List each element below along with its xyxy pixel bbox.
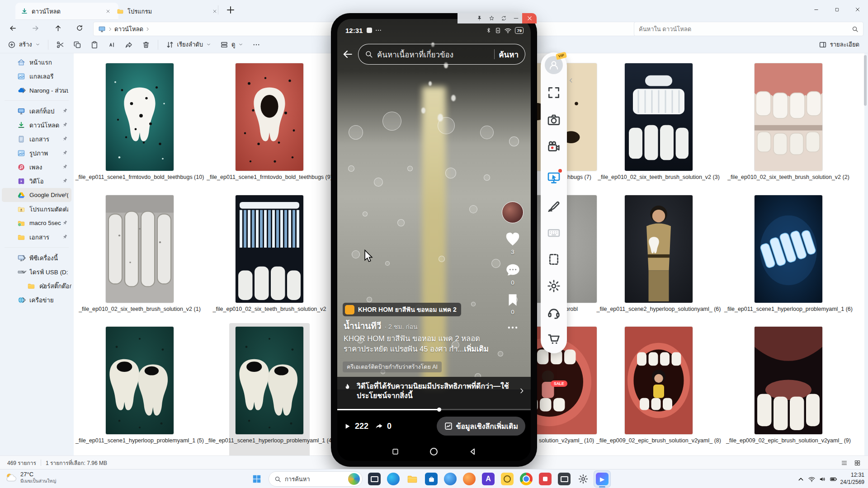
file-thumbnail[interactable] <box>625 327 693 434</box>
bookmark-icon[interactable] <box>505 292 520 308</box>
back-triangle-icon[interactable] <box>468 447 477 456</box>
scrollbar[interactable] <box>864 54 867 455</box>
file-thumbnail[interactable] <box>625 63 693 171</box>
screen-crop-icon[interactable] <box>547 252 561 267</box>
creator-name[interactable]: น้ำน่านทีวี· 2 ชม. ก่อน <box>344 319 418 333</box>
file-name[interactable]: _file_ep010_02_six_teeth_brush_solution_… <box>723 174 854 181</box>
file-name[interactable]: hbugs (7) <box>567 174 591 181</box>
file-thumbnail[interactable] <box>106 327 174 434</box>
file-name[interactable]: solution_v2yaml_ (10) <box>539 437 594 445</box>
video-progress-b ar[interactable] <box>337 409 531 410</box>
refresh-button[interactable] <box>71 21 88 35</box>
search-button[interactable]: ค้นหา <box>499 48 519 61</box>
sidebar-item-วิดีโอ[interactable]: วิดีโอ <box>2 174 71 188</box>
fullscreen-icon[interactable] <box>547 85 561 100</box>
large-icons-view-icon[interactable] <box>854 460 861 466</box>
details-view-icon[interactable] <box>841 460 848 466</box>
breadcrumb-item[interactable]: ดาวน์โหลด <box>114 24 143 34</box>
home-circle-icon[interactable] <box>429 447 439 456</box>
start-button[interactable] <box>249 471 265 487</box>
clock[interactable]: 12:31 24/1/2569 <box>840 472 864 486</box>
file-name[interactable]: _file_ep011_scene1_frmtovdo_bold_teethbu… <box>74 174 205 181</box>
keyboard-icon[interactable] <box>547 225 561 240</box>
chevron-up-icon[interactable] <box>797 475 805 483</box>
file-name[interactable]: _file_ep009_02_epic_brush_solution_v2yam… <box>593 437 724 445</box>
pin-icon[interactable] <box>473 13 486 23</box>
minimize-button[interactable] <box>806 0 826 19</box>
close-button[interactable] <box>847 0 868 19</box>
file-thumbnail[interactable] <box>236 195 303 303</box>
view-button[interactable]: ดู <box>216 38 247 52</box>
details-button[interactable]: รายละเอียด <box>815 38 863 52</box>
comment-icon[interactable] <box>505 262 521 278</box>
file-name[interactable]: _file_ep010_02_six_teeth_brush_solution_… <box>593 174 724 181</box>
cut-button[interactable] <box>52 38 68 52</box>
draw-pen-icon[interactable] <box>547 198 561 213</box>
sidebar-item-narong-ส่วนบุคคล[interactable]: Narong - ส่วนบุคคล <box>2 83 71 97</box>
chevron-right-icon[interactable] <box>20 296 28 304</box>
wifi-tray-icon[interactable] <box>808 475 816 483</box>
file-thumbnail[interactable] <box>755 327 822 434</box>
minimize-icon[interactable] <box>510 13 522 23</box>
file-thumbnail[interactable] <box>106 63 174 171</box>
file-name[interactable]: _file_ep011_scene1_hyperloop_problemyaml… <box>74 437 205 445</box>
sidebar-item-ดาวน์โหลด[interactable]: ดาวน์โหลด <box>2 118 71 132</box>
sidebar-item-หน้าแรก[interactable]: หน้าแรก <box>2 55 71 69</box>
copy-button[interactable] <box>69 38 85 52</box>
file-name[interactable]: _file_ep010_02_six_teeth_brush_solution_… <box>204 305 335 313</box>
taskbar-app-app-yellow[interactable] <box>499 471 515 487</box>
sidebar-item-พีซีเครื่องนี้[interactable]: พีซีเครื่องนี้ <box>2 251 71 265</box>
maximize-button[interactable] <box>826 0 847 19</box>
up-button[interactable] <box>50 21 66 35</box>
chevron-right-icon[interactable] <box>40 282 48 290</box>
back-button[interactable] <box>5 21 21 35</box>
file-thumbnail[interactable] <box>236 63 303 171</box>
phone-search-box[interactable]: ค้นหาเนื้อหาที่เกี่ยวข้อง ค้นหา <box>358 44 525 65</box>
support-headset-icon[interactable] <box>547 305 561 320</box>
file-name[interactable]: _file_ep011_scene2_hyperloop_solutionyam… <box>593 305 724 313</box>
sidebar-item-โปรแกรมตัดต่อ[interactable]: โปรแกรมตัดต่อ <box>2 202 71 216</box>
file-name[interactable]: _file_ep011_scene1_hyperloop_problemyaml… <box>204 437 335 445</box>
explorer-search[interactable] <box>634 22 863 36</box>
shop-cart-icon[interactable] <box>547 332 561 346</box>
star-icon[interactable] <box>486 13 498 23</box>
taskbar-search[interactable]: การค้นหา <box>269 471 363 487</box>
file-name[interactable]: _file_ep011_scene1_hyperloop_problemyaml… <box>723 305 854 313</box>
search-input[interactable] <box>634 26 852 33</box>
sort-button[interactable]: เรียงลำดับ <box>162 38 215 52</box>
rotate-icon[interactable] <box>498 13 510 23</box>
recents-square-icon[interactable] <box>392 448 399 455</box>
taskbar-app-browser-orange[interactable] <box>461 471 477 487</box>
promo-banner[interactable]: วิดีโอที่ได้รับความนิยมมีประสิทธิภาพที่ด… <box>337 377 531 409</box>
sidebar-item-เอกสาร[interactable]: เอกสาร <box>2 230 71 244</box>
taskbar-app-app-red[interactable] <box>537 471 553 487</box>
video-caption[interactable]: KHOR HOM ยาสีฟัน ขอหอม แพค 2 หลอด ราคาปร… <box>344 333 496 354</box>
back-arrow-icon[interactable] <box>342 48 354 60</box>
forward-button[interactable] <box>27 21 43 35</box>
screen-mirror-icon[interactable] <box>547 170 561 185</box>
taskbar-app-settings[interactable] <box>575 471 591 487</box>
sidebar-item-รูปภาพ[interactable]: รูปภาพ <box>2 146 71 160</box>
file-thumbnail[interactable] <box>106 195 174 303</box>
new-tab-button[interactable] <box>225 5 236 15</box>
taskbar-app-microsoft-store[interactable] <box>423 471 439 487</box>
tab-downloads[interactable]: ดาวน์โหลด <box>15 3 118 20</box>
tab-close-icon[interactable] <box>209 5 221 17</box>
paste-button[interactable] <box>86 38 103 52</box>
weather-widget[interactable]: 27°C มีเมฆเป็นส่วนใหญ่ <box>5 471 56 484</box>
sidebar-item-เดสก์ท็อป[interactable]: เดสก์ท็อป <box>2 104 71 118</box>
share-button[interactable] <box>121 38 137 52</box>
file-thumbnail[interactable] <box>236 327 303 434</box>
insights-button[interactable]: ข้อมูลเชิงลึกเพิ่มเติม <box>437 417 526 436</box>
sidebar-item-เอกสาร[interactable]: เอกสาร <box>2 132 71 146</box>
taskbar-app-remote-app-dark[interactable] <box>366 471 382 487</box>
file-name[interactable]: _file_ep009_02_epic_brush_solution_v2yam… <box>723 437 854 445</box>
more-dots-icon[interactable] <box>507 322 519 333</box>
file-name[interactable]: _file_ep010_02_six_teeth_brush_solution_… <box>74 305 205 313</box>
taskbar-app-file-explorer[interactable] <box>404 471 420 487</box>
product-tag[interactable]: KHOR HOM ยาสีฟัน ขอหอม แพค 2 <box>343 303 461 316</box>
screen-record-icon[interactable] <box>547 140 561 154</box>
chevron-right-icon[interactable] <box>20 86 28 94</box>
file-thumbnail[interactable] <box>755 195 822 303</box>
chevron-right-icon[interactable] <box>20 254 28 262</box>
